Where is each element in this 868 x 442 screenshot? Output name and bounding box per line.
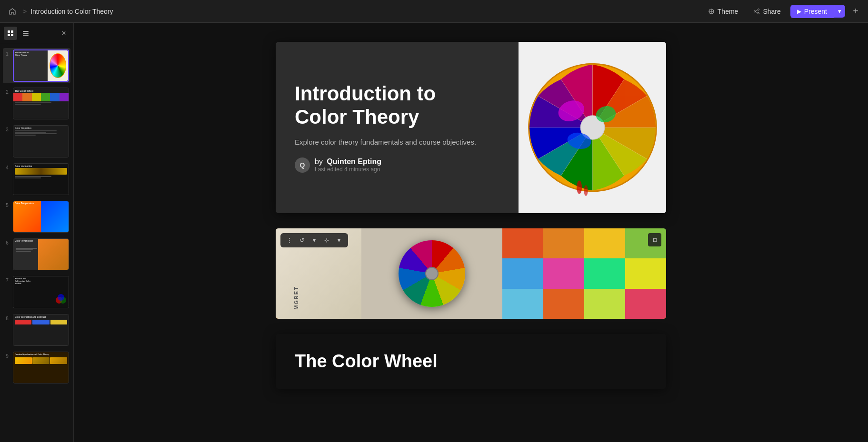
slide-number-9: 9 <box>4 354 10 359</box>
slide-number-3: 3 <box>4 127 10 132</box>
author-prefix: by <box>315 157 323 166</box>
share-label: Share <box>763 8 780 15</box>
svg-rect-7 <box>11 30 13 33</box>
slide2-corner-button[interactable]: ⊞ <box>648 233 661 246</box>
svg-point-2 <box>754 10 756 12</box>
svg-rect-8 <box>8 34 10 36</box>
slide-preview-9: Practical Applications of Color Theory <box>13 352 69 383</box>
present-label: Present <box>804 8 827 15</box>
s2-thumb-title: The Color Wheel <box>13 88 69 93</box>
slide-preview-6: Color Psychology <box>13 238 69 270</box>
svg-rect-6 <box>8 30 10 33</box>
slide-thumb-2[interactable]: 2 The Color Wheel <box>3 86 70 121</box>
slide2-rotate-button[interactable]: ↺ <box>297 235 307 246</box>
slide-thumb-1[interactable]: 1 Introduction toColor Theory — — — <box>3 48 70 83</box>
present-group: ▶ Present ▾ <box>790 5 845 18</box>
s6-thumb-title: Color Psychology <box>15 240 33 242</box>
sidebar-close-button[interactable]: × <box>58 28 70 39</box>
slide-3-main: The Color Wheel <box>276 334 666 389</box>
s1-thumb-sub: — — — <box>15 57 46 59</box>
author-fullname: Quinten Epting <box>327 157 381 166</box>
author-row: Q by Quinten Epting Last edited 4 minute… <box>295 157 499 173</box>
s4-thumb-image <box>15 168 67 175</box>
slide-thumb-8[interactable]: 8 Color Interaction and Contrast <box>3 313 70 347</box>
slide-preview-1: Introduction toColor Theory — — — <box>13 49 69 82</box>
slide1-subtitle: Explore color theory fundamentals and co… <box>295 138 499 146</box>
svg-line-5 <box>756 11 758 13</box>
s7-thumb-title: Additive andSubtractive ColorModels <box>13 276 69 286</box>
slide-number-8: 8 <box>4 316 10 321</box>
s9-thumb-title: Practical Applications of Color Theory <box>13 352 69 357</box>
s3-thumb-lines <box>15 130 67 136</box>
slide2-more-dropdown[interactable]: ▾ <box>334 235 344 246</box>
last-edited: Last edited 4 minutes ago <box>315 166 381 173</box>
list-view-button[interactable] <box>19 27 32 40</box>
svg-point-3 <box>758 12 759 14</box>
svg-point-15 <box>58 294 64 301</box>
slide3-content: The Color Wheel <box>276 334 666 389</box>
topbar: > Introduction to Color Theory Theme Sha… <box>0 0 868 23</box>
content-area: Introduction to Color Theory Explore col… <box>74 23 868 442</box>
svg-rect-10 <box>23 31 29 32</box>
s1-thumb-title: Introduction toColor Theory <box>15 52 46 57</box>
present-button[interactable]: ▶ Present <box>790 5 834 18</box>
slide-number-2: 2 <box>4 89 10 95</box>
slide2-rotate-dropdown[interactable]: ▾ <box>309 235 319 246</box>
slide-preview-5: Color Temperature <box>13 201 69 233</box>
slide-number-4: 4 <box>4 165 10 170</box>
author-name: by Quinten Epting <box>315 157 381 166</box>
svg-rect-12 <box>23 35 29 36</box>
svg-point-34 <box>577 181 582 194</box>
s5-warm-half <box>13 201 41 232</box>
svg-point-1 <box>758 9 759 10</box>
home-button[interactable] <box>6 5 19 18</box>
s2-color-strip <box>13 93 69 101</box>
s2-thumb-lines <box>13 101 69 106</box>
share-button[interactable]: Share <box>748 5 786 18</box>
s1-color-wheel <box>50 53 66 78</box>
s5-cool-half <box>41 201 69 232</box>
slide-number-5: 5 <box>4 203 10 208</box>
sidebar: × 1 Introduction toColor Theory — — — <box>0 23 74 442</box>
svg-rect-9 <box>11 34 13 36</box>
avatar: Q <box>295 157 310 173</box>
slide-number-1: 1 <box>4 51 10 57</box>
slide2-move-button[interactable]: ⊹ <box>321 235 332 246</box>
slide2-corner: ⊞ <box>648 233 661 246</box>
s8-thumb-title: Color Interaction and Contrast <box>13 314 69 320</box>
topbar-left: > Introduction to Color Theory <box>6 5 698 18</box>
slide1-image <box>519 42 666 213</box>
slide-thumb-9[interactable]: 9 Practical Applications of Color Theory <box>3 350 70 385</box>
grid-view-button[interactable] <box>4 27 17 40</box>
slide1-content: Introduction to Color Theory Explore col… <box>276 42 666 213</box>
theme-label: Theme <box>718 8 738 15</box>
slide-preview-3: Color Properties <box>13 125 69 157</box>
slide-number-7: 7 <box>4 278 10 283</box>
slide-thumb-6[interactable]: 6 Color Psychology <box>3 237 70 272</box>
s1-thumb-image <box>48 50 68 81</box>
slide-thumb-7[interactable]: 7 Additive andSubtractive ColorModels <box>3 275 70 309</box>
theme-button[interactable]: Theme <box>702 5 744 18</box>
slide-1-main: Introduction to Color Theory Explore col… <box>276 42 666 213</box>
slide-number-6: 6 <box>4 240 10 246</box>
sidebar-toolbar: × <box>0 23 73 44</box>
slide-preview-8: Color Interaction and Contrast <box>13 314 69 346</box>
slide-thumb-5[interactable]: 5 Color Temperature <box>3 199 70 234</box>
slide-preview-7: Additive andSubtractive ColorModels <box>13 276 69 308</box>
s9-thumb-images <box>13 357 69 364</box>
slide-thumb-4[interactable]: 4 Color Harmonies <box>3 162 70 196</box>
svg-line-4 <box>756 10 758 11</box>
breadcrumb-title: Introduction to Color Theory <box>30 8 113 15</box>
s3-thumb-title: Color Properties <box>15 127 67 129</box>
present-dropdown-button[interactable]: ▾ <box>834 5 845 18</box>
s6-thumb-left <box>13 239 38 270</box>
s7-thumb-image <box>54 294 68 307</box>
slide2-more-button[interactable]: ⋮ <box>284 235 295 246</box>
main-layout: × 1 Introduction toColor Theory — — — <box>0 23 868 442</box>
slide-preview-4: Color Harmonies <box>13 163 69 195</box>
add-button[interactable]: + <box>849 5 862 18</box>
chevron-down-icon: ▾ <box>838 8 841 15</box>
s8-thumb-swatches <box>13 320 69 324</box>
topbar-right: Theme Share ▶ Present ▾ + <box>702 5 862 18</box>
slide-thumb-3[interactable]: 3 Color Properties <box>3 124 70 158</box>
